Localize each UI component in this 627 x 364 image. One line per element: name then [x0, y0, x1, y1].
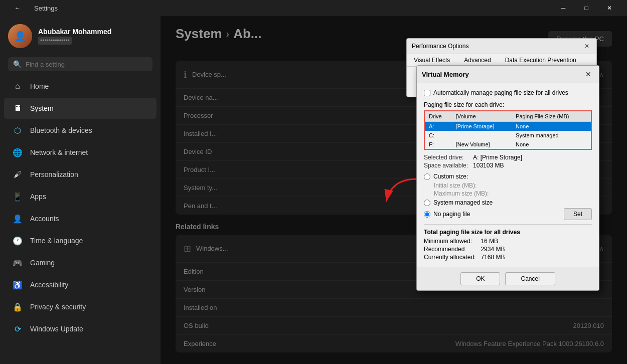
privacy-icon: 🔒 — [12, 301, 23, 312]
sidebar-item-system[interactable]: 🖥 System — [4, 98, 156, 119]
sidebar-item-label-update: Windows Update — [30, 325, 83, 333]
vm-selected-drive-info: Selected drive: A: [Prime Storage] Space… — [424, 154, 592, 169]
volume-col-header: [Volume — [452, 111, 512, 122]
search-input[interactable] — [26, 61, 147, 68]
app-layout: 👤 Abubakar Mohammed •••••••••••••• 🔍 ⌂ H… — [0, 16, 627, 364]
sidebar-item-gaming[interactable]: 🎮 Gaming — [4, 252, 156, 273]
vm-close-button[interactable]: ✕ — [583, 69, 594, 80]
sidebar-item-label-accessibility: Accessibility — [30, 281, 68, 289]
accounts-icon: 👤 — [12, 213, 23, 224]
drive-a-size: None — [512, 122, 591, 131]
vm-no-paging-row: No paging file Set — [424, 208, 592, 220]
title-bar-left: ← Settings — [6, 0, 58, 16]
minimize-button[interactable]: ─ — [552, 0, 575, 16]
drive-f-drive: F: — [425, 140, 452, 149]
drive-table: Drive [Volume Paging File Size (MB) A: [… — [425, 111, 591, 149]
update-icon: ⟳ — [12, 323, 23, 334]
avatar-image: 👤 — [8, 24, 32, 48]
time-icon: 🕐 — [12, 235, 23, 246]
vm-dialog-title: Virtual Memory — [422, 71, 469, 78]
pagesize-col-header: Paging File Size (MB) — [512, 111, 591, 122]
vm-system-managed-radio[interactable] — [424, 200, 430, 206]
user-email: •••••••••••••• — [38, 37, 72, 45]
sidebar-item-label-time: Time & language — [30, 237, 83, 245]
search-box[interactable]: 🔍 — [8, 57, 152, 71]
vm-auto-manage-checkbox[interactable] — [424, 90, 430, 96]
drive-f-size: None — [512, 140, 591, 149]
vm-recommended-value: 2934 MB — [481, 246, 592, 253]
sidebar-item-network[interactable]: 🌐 Network & internet — [4, 142, 156, 163]
sidebar-item-privacy[interactable]: 🔒 Privacy & security — [4, 296, 156, 317]
sidebar-item-personalization[interactable]: 🖌 Personalization — [4, 164, 156, 185]
vm-min-allowed-label: Minimum allowed: — [424, 238, 476, 245]
vm-selected-drive-value: A: [Prime Storage] — [473, 154, 592, 161]
vm-cancel-button[interactable]: Cancel — [505, 272, 555, 285]
avatar: 👤 — [8, 24, 32, 48]
bluetooth-icon: ⬡ — [12, 125, 23, 136]
drive-col-header: Drive — [425, 111, 452, 122]
sidebar-user: 👤 Abubakar Mohammed •••••••••••••• — [0, 16, 161, 53]
sidebar-item-home[interactable]: ⌂ Home — [4, 76, 156, 97]
sidebar-item-label-system: System — [30, 104, 54, 112]
sidebar-item-update[interactable]: ⟳ Windows Update — [4, 318, 156, 339]
sidebar-item-bluetooth[interactable]: ⬡ Bluetooth & devices — [4, 120, 156, 141]
drive-c-size: System managed — [512, 131, 591, 140]
main-content: System › Ab... Rename this PC ℹ Device s… — [161, 16, 627, 364]
vm-no-paging-radio[interactable] — [424, 211, 430, 218]
perf-tab-advanced[interactable]: Advanced — [457, 54, 498, 66]
vm-auto-manage-label: Automatically manage paging file size fo… — [433, 89, 568, 96]
vm-dialog-body: Automatically manage paging file size fo… — [417, 83, 599, 267]
drive-row-c[interactable]: C: System managed — [425, 131, 591, 140]
accessibility-icon: ♿ — [12, 279, 23, 290]
virtual-memory-dialog: Virtual Memory ✕ Automatically manage pa… — [416, 65, 599, 291]
drive-table-header-row: Drive [Volume Paging File Size (MB) — [425, 111, 591, 122]
gaming-icon: 🎮 — [12, 257, 23, 268]
sidebar-item-label-home: Home — [30, 82, 49, 90]
drive-c-volume — [452, 131, 512, 140]
sidebar-item-label-bluetooth: Bluetooth & devices — [30, 126, 92, 134]
personalization-icon: 🖌 — [12, 169, 23, 180]
vm-total-grid: Minimum allowed: 16 MB Recommended 2934 … — [424, 238, 592, 261]
vm-custom-size-label: Custom size: — [433, 173, 468, 180]
app-title: Settings — [34, 5, 58, 12]
drive-row-f[interactable]: F: [New Volume] None — [425, 140, 591, 149]
vm-set-button[interactable]: Set — [564, 208, 592, 220]
drive-row-a[interactable]: A: [Prime Storage] None — [425, 122, 591, 131]
sidebar-item-accounts[interactable]: 👤 Accounts — [4, 208, 156, 229]
vm-space-available-label: Space available: — [424, 162, 468, 169]
system-icon: 🖥 — [12, 103, 23, 114]
perf-tab-dep[interactable]: Data Execution Prevention — [498, 54, 583, 66]
vm-custom-size-radio[interactable] — [424, 173, 430, 180]
back-button[interactable]: ← — [6, 0, 29, 16]
search-icon: 🔍 — [13, 60, 22, 68]
perf-dialog-title-bar: Performance Options ✕ — [407, 39, 596, 54]
perf-dialog-title: Performance Options — [412, 43, 468, 50]
drive-c-drive: C: — [425, 131, 452, 140]
sidebar-item-label-apps: Apps — [30, 193, 46, 201]
vm-no-paging-label: No paging file — [433, 211, 470, 218]
vm-total-title: Total paging file size for all drives — [424, 229, 592, 236]
close-button[interactable]: ✕ — [598, 0, 621, 16]
maximize-button[interactable]: □ — [575, 0, 598, 16]
drive-table-wrapper: Drive [Volume Paging File Size (MB) A: [… — [424, 110, 592, 150]
sidebar-item-accessibility[interactable]: ♿ Accessibility — [4, 274, 156, 295]
sidebar-item-label-accounts: Accounts — [30, 215, 59, 223]
sidebar-item-time[interactable]: 🕐 Time & language — [4, 230, 156, 251]
vm-divider — [424, 224, 592, 225]
drive-a-volume: [Prime Storage] — [452, 122, 512, 131]
perf-tab-visual-effects[interactable]: Visual Effects — [407, 54, 457, 66]
vm-auto-manage-row: Automatically manage paging file size fo… — [424, 89, 592, 96]
drive-f-volume: [New Volume] — [452, 140, 512, 149]
vm-ok-button[interactable]: OK — [460, 272, 500, 285]
vm-maximum-size-row: Maximum size (MB): — [434, 190, 592, 197]
home-icon: ⌂ — [12, 81, 23, 92]
vm-recommended-label: Recommended — [424, 246, 476, 253]
sidebar-item-label-privacy: Privacy & security — [30, 303, 86, 311]
sidebar-item-apps[interactable]: 📱 Apps — [4, 186, 156, 207]
user-info: Abubakar Mohammed •••••••••••••• — [38, 28, 152, 45]
apps-icon: 📱 — [12, 191, 23, 202]
user-name: Abubakar Mohammed — [38, 28, 152, 36]
sidebar: 👤 Abubakar Mohammed •••••••••••••• 🔍 ⌂ H… — [0, 16, 161, 364]
perf-dialog-close-button[interactable]: ✕ — [582, 42, 591, 51]
vm-currently-allocated-value: 7168 MB — [481, 254, 592, 261]
